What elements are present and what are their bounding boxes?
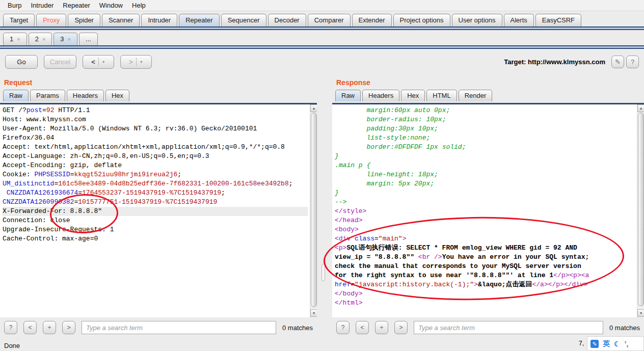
code-line: GET /?post=92 HTTP/1.1 (3, 106, 308, 115)
back-button[interactable]: < ▼ (83, 55, 114, 69)
ime-logo-icon[interactable]: ✎ (591, 340, 599, 348)
code-line: Accept: text/html,application/xhtml+xml,… (3, 143, 308, 152)
tab-proxy[interactable]: Proxy (36, 14, 66, 26)
code-line: </style> (335, 207, 635, 216)
forward-dropdown-icon[interactable]: ▼ (140, 60, 143, 64)
scrollbar-thumb[interactable] (311, 113, 317, 307)
response-editor[interactable]: margin:60px auto 0px; border-radius: 10p… (332, 104, 644, 317)
request-title: Request (0, 74, 317, 89)
request-view-tab-params[interactable]: Params (30, 90, 65, 101)
search-help-button[interactable]: ? (4, 321, 17, 334)
divider-grip-icon[interactable] (321, 264, 325, 281)
code-line: </head> (335, 216, 635, 225)
request-view-tab-raw[interactable]: Raw (3, 90, 29, 101)
response-view-tab-html[interactable]: HTML (426, 90, 457, 101)
tab-project-options[interactable]: Project options (393, 14, 450, 26)
scrollbar-thumb[interactable] (638, 113, 644, 306)
forward-button[interactable]: > ▼ (120, 55, 152, 69)
repeater-tab-1[interactable]: 1× (3, 33, 27, 45)
tab-user-options[interactable]: User options (452, 14, 502, 26)
code-line: UM_distinctid=161c58ee3489-04d8b25edff36… (3, 179, 308, 188)
tab-extender[interactable]: Extender (352, 14, 392, 26)
go-button[interactable]: Go (5, 55, 38, 69)
close-icon[interactable]: × (68, 36, 71, 42)
tab-scanner[interactable]: Scanner (102, 14, 140, 26)
tab-repeater[interactable]: Repeater (179, 14, 219, 26)
code-line: --> (335, 198, 635, 207)
punctuation-icon[interactable]: ’, (625, 340, 629, 348)
burp-suite-window: BurpIntruderRepeaterWindowHelp TargetPro… (0, 0, 644, 351)
code-line: } (335, 188, 635, 198)
help-button[interactable]: ? (626, 56, 639, 68)
response-view-tab-render[interactable]: Render (459, 90, 493, 101)
request-scrollbar[interactable]: ▲ ▼ (310, 104, 317, 317)
menu-item-burp[interactable]: Burp (3, 1, 26, 10)
tab-target[interactable]: Target (3, 14, 35, 26)
pane-divider[interactable] (317, 74, 332, 338)
response-search-bar: ? < + > 0 matches (332, 317, 644, 338)
response-view-tab-hex[interactable]: Hex (401, 90, 425, 101)
menu-item-repeater[interactable]: Repeater (58, 1, 94, 10)
tab-intruder[interactable]: Intruder (141, 14, 177, 26)
back-dropdown-icon[interactable]: ▼ (102, 60, 105, 64)
menu-bar: BurpIntruderRepeaterWindowHelp (0, 0, 644, 11)
request-editor[interactable]: GET /?post=92 HTTP/1.1Host: www.klmyssn.… (0, 104, 317, 317)
code-line: <p>SQL语句执行错误: SELECT * FROM emlog_view W… (335, 244, 635, 253)
code-line: <body> (335, 225, 635, 234)
pencil-icon: ✎ (615, 58, 621, 66)
tab-spider[interactable]: Spider (68, 14, 100, 26)
search-options-button[interactable]: + (43, 321, 56, 334)
code-line: .main p { (335, 161, 635, 170)
search-options-button[interactable]: + (375, 321, 388, 334)
cancel-button[interactable]: Cancel (44, 55, 76, 69)
search-prev-button[interactable]: < (23, 321, 37, 334)
response-view-tab-raw[interactable]: Raw (335, 90, 361, 101)
moon-icon[interactable]: ☾ (614, 340, 621, 348)
code-line: border-radius: 10px; (335, 115, 635, 124)
request-view-tab-hex[interactable]: Hex (105, 90, 129, 101)
repeater-tab--[interactable]: ... (79, 33, 98, 45)
response-view-tab-headers[interactable]: Headers (362, 90, 399, 101)
tab-easycsrf[interactable]: EasyCSRF (535, 14, 581, 26)
code-line: line-height: 18px; (335, 170, 635, 179)
repeater-tab-2[interactable]: 2× (29, 33, 52, 45)
response-search-input[interactable] (414, 321, 603, 334)
response-match-count: 0 matches (609, 324, 640, 332)
tab-alerts[interactable]: Alerts (504, 14, 534, 26)
code-line: border:#DFDFDF 1px solid; (335, 143, 635, 152)
request-pane: Request RawParamsHeadersHex GET /?post=9… (0, 74, 317, 338)
code-line: Cache-Control: max-age=0 (3, 234, 308, 244)
scroll-up-icon[interactable]: ▲ (637, 104, 644, 112)
close-icon[interactable]: × (17, 36, 20, 42)
scroll-down-icon[interactable]: ▼ (637, 309, 644, 317)
tab-comparer[interactable]: Comparer (308, 14, 351, 26)
request-tabstrip: RawParamsHeadersHex (0, 89, 317, 104)
back-icon: < (91, 58, 95, 66)
edit-target-button[interactable]: ✎ (611, 56, 624, 68)
menu-item-window[interactable]: Window (95, 1, 127, 10)
scroll-up-icon[interactable]: ▲ (310, 104, 317, 112)
close-icon[interactable]: × (42, 36, 45, 42)
response-scrollbar[interactable]: ▲ ▼ (637, 104, 644, 317)
menu-item-help[interactable]: Help (127, 1, 150, 10)
request-match-count: 0 matches (282, 324, 313, 332)
tab-sequencer[interactable]: Sequencer (221, 14, 266, 26)
ime-toolbar: ✎ 英 ☾ ’, (587, 336, 644, 351)
repeater-doc-tab-bar: 1×2×3×... (0, 30, 644, 45)
ime-language-toggle[interactable]: 英 (603, 339, 610, 348)
menu-item-intruder[interactable]: Intruder (26, 1, 58, 10)
scroll-down-icon[interactable]: ▼ (310, 309, 317, 317)
search-prev-button[interactable]: < (356, 321, 369, 334)
search-help-button[interactable]: ? (336, 321, 350, 334)
forward-icon: > (129, 58, 133, 66)
request-search-input[interactable] (82, 321, 276, 334)
repeater-tab-3[interactable]: 3× (53, 33, 77, 45)
code-line: Host: www.klmyssn.com (3, 115, 308, 124)
target-label: Target: http://www.klmyssn.com (504, 58, 605, 66)
code-line: </body> (335, 289, 635, 299)
code-line: CNZZDATA1260990382=1015777751-1519437919… (3, 198, 308, 207)
request-view-tab-headers[interactable]: Headers (67, 90, 104, 101)
search-next-button[interactable]: > (394, 321, 408, 334)
tab-decoder[interactable]: Decoder (268, 14, 306, 26)
search-next-button[interactable]: > (62, 321, 75, 334)
